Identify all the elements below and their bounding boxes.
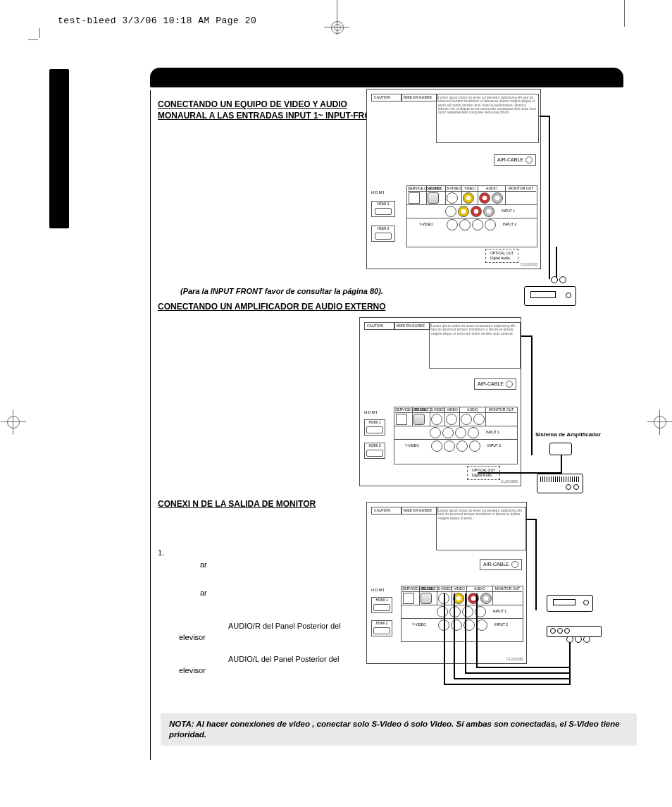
note-text: NOTA: Al hacer conexiones de video , con… xyxy=(169,720,620,739)
registration-target-icon xyxy=(7,416,20,429)
list-fragment: elevisor xyxy=(179,632,355,643)
audio-r-rca-icon xyxy=(479,192,490,204)
list-number: 1. xyxy=(158,547,168,559)
input1-label: INPUT 1 xyxy=(495,209,516,214)
registration-target-icon xyxy=(331,21,344,34)
hdmi-port-icon xyxy=(375,208,392,215)
hdmi-port-icon xyxy=(373,604,390,611)
service-label: SERVICE USE ONLY xyxy=(408,186,426,192)
port-icon xyxy=(461,414,472,425)
cable-icon xyxy=(476,667,571,668)
rs232-label: RS232C xyxy=(427,186,445,192)
optical-out-label: OPTICAL OUTDigital Audio xyxy=(485,249,518,263)
port-icon xyxy=(469,441,480,452)
warning-label: MISE EN GARDE xyxy=(394,322,430,330)
yvideo-label: Y-VIDEO xyxy=(402,622,437,627)
air-cable-port: AIR-CABLE xyxy=(474,378,516,390)
print-slug: test-bleed 3/3/06 10:18 AM Page 20 xyxy=(58,16,256,26)
input2-label: INPUT 2 xyxy=(497,222,518,227)
svideo-port-icon xyxy=(447,192,458,204)
port-icon xyxy=(476,620,487,631)
rear-panel-diagram-2: CAUTION MISE EN GARDE Lorem ipsum dolor … xyxy=(359,317,521,486)
amplifier-caption: Sistema de Amplificador xyxy=(535,431,601,439)
hdmi-port-icon xyxy=(366,426,383,433)
port-icon xyxy=(442,427,454,438)
audio-label: AUDIO xyxy=(478,186,505,192)
section-tab xyxy=(49,69,69,228)
port-icon xyxy=(431,441,442,452)
port-icon xyxy=(485,219,496,230)
vcr-device-icon xyxy=(547,595,593,612)
av-port-panel: SERVICE USE ONLY RS232C S-VIDEO VIDEO AU… xyxy=(394,407,518,464)
cable-icon xyxy=(476,593,478,667)
hdmi-logo: HDMI xyxy=(371,190,385,195)
crop-mark xyxy=(624,0,625,27)
list-fragment: AUDIO/R del Panel Posterior del xyxy=(228,620,355,632)
compliance-text: Lorem ipsum dolor sit amet consectetur a… xyxy=(429,322,521,369)
list-fragment: ar xyxy=(200,559,355,571)
hdmi1-label: HDMI 1 xyxy=(365,420,385,425)
audio-label: AUDIO xyxy=(460,407,485,413)
port-icon xyxy=(455,427,466,438)
yvideo-label: Y-VIDEO xyxy=(408,222,446,227)
port-icon xyxy=(459,219,471,230)
model-number: CL2G3565 xyxy=(506,657,523,662)
caution-label: CAUTION xyxy=(371,507,402,515)
hdmi1-label: HDMI 1 xyxy=(372,202,394,207)
section-title-bar xyxy=(150,68,623,87)
svideo-port-icon xyxy=(445,206,456,217)
svideo-port-icon xyxy=(431,414,442,425)
list-fragment: ar xyxy=(200,587,355,599)
cable-icon xyxy=(454,678,571,679)
cable-icon xyxy=(465,672,571,674)
port-icon xyxy=(449,606,461,617)
amplifier-device-icon xyxy=(537,474,583,493)
audio-l-rca-icon xyxy=(480,593,492,604)
list-fragment: AUDIO/L del Panel Posterior del xyxy=(228,653,355,665)
port-icon xyxy=(437,606,448,617)
rca-plug-icon xyxy=(551,276,558,283)
cable-icon xyxy=(444,684,571,685)
svideo-label: S-VIDEO xyxy=(437,586,452,592)
audio-label: AUDIO xyxy=(467,586,492,592)
vcr-device-icon xyxy=(524,286,576,306)
air-cable-port: AIR-CABLE xyxy=(494,154,536,166)
hdmi-logo: HDMI xyxy=(364,409,378,415)
warning-label: MISE EN GARDE xyxy=(401,94,437,101)
input1-label: INPUT 1 xyxy=(487,609,508,614)
port-icon xyxy=(462,606,473,617)
service-port-icon xyxy=(409,192,420,204)
cable-icon xyxy=(549,116,550,279)
rs232-label: RS232C xyxy=(413,407,430,413)
cable-icon xyxy=(444,593,445,684)
cable-icon xyxy=(569,641,571,685)
video-label: VIDEO xyxy=(462,186,478,192)
instruction-list: 1. ar ar AUDIO/R del Panel Posterior del… xyxy=(158,547,355,677)
crop-mark xyxy=(39,28,40,38)
port-icon xyxy=(447,219,458,230)
cable-icon xyxy=(561,455,562,474)
coax-jack-icon xyxy=(506,381,513,388)
video-label: VIDEO xyxy=(452,586,466,592)
hdmi-port-icon xyxy=(366,450,383,457)
content-column: CONECTANDO UN EQUIPO DE VIDEO Y AUDIO MO… xyxy=(158,99,623,510)
monitor-out-label: MONITOR OUT xyxy=(493,586,522,592)
service-port-icon xyxy=(396,414,407,425)
audio-l-rca-icon xyxy=(492,192,503,204)
cable-icon xyxy=(540,116,549,117)
svideo-label: S-VIDEO xyxy=(446,186,461,192)
cable-icon xyxy=(531,335,533,455)
compliance-text: Lorem ipsum dolor sit amet consectetur a… xyxy=(436,507,526,550)
cable-icon xyxy=(521,335,531,337)
column-rule xyxy=(150,90,151,760)
port-icon xyxy=(456,441,468,452)
hdmi-logo: HDMI xyxy=(371,587,385,593)
list-fragment: elevisor xyxy=(179,665,355,677)
cable-icon xyxy=(465,593,466,672)
input2-label: INPUT 2 xyxy=(488,622,509,627)
coax-jack-icon xyxy=(511,561,518,568)
av-receiver-top-icon xyxy=(547,626,602,637)
heading-line-2: MONAURAL A LAS ENTRADAS INPUT 1~ INPUT-F… xyxy=(158,111,382,121)
port-icon xyxy=(446,414,457,425)
amp-top-icon xyxy=(549,443,572,455)
